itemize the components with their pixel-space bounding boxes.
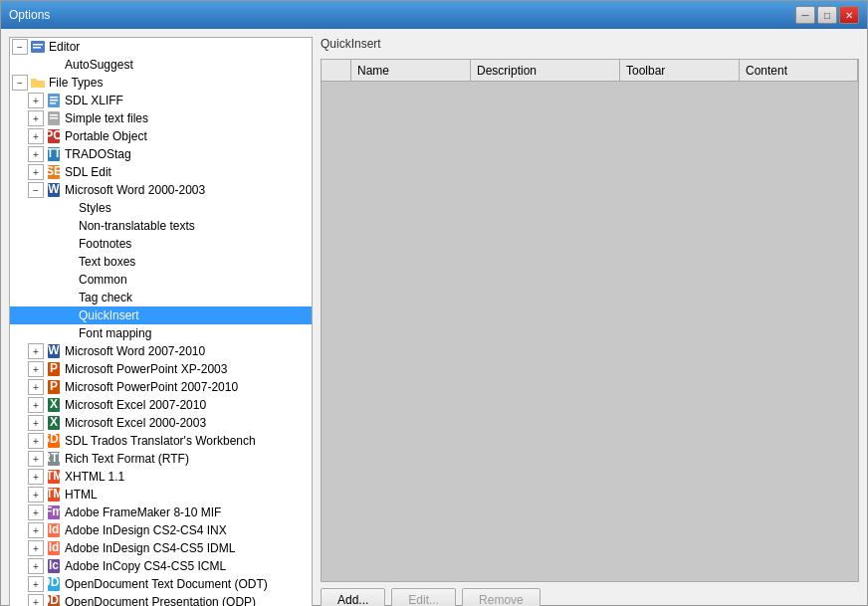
tree-icon-file-odp: ODP — [46, 594, 62, 606]
tree-icon-none — [60, 200, 76, 216]
tree-expander[interactable]: − — [12, 75, 28, 91]
tree-label: Editor — [49, 40, 80, 54]
tree-expander[interactable]: + — [28, 594, 44, 606]
svg-text:W: W — [48, 182, 60, 196]
tree-item-html[interactable]: +HTMLHTML — [10, 486, 312, 504]
tree-item-ms-word-2007[interactable]: +WMicrosoft Word 2007-2010 — [10, 342, 312, 360]
tree-item-ms-ppt-2007[interactable]: +PMicrosoft PowerPoint 2007-2010 — [10, 378, 312, 396]
tree-item-rtf[interactable]: +RTFRich Text Format (RTF) — [10, 450, 312, 468]
tree-expander[interactable]: + — [28, 128, 44, 144]
tree-item-odp[interactable]: +ODPOpenDocument Presentation (ODP) — [10, 593, 312, 606]
tree-item-styles[interactable]: Styles — [10, 199, 312, 217]
tree-expander[interactable]: + — [28, 343, 44, 359]
tree-label: File Types — [49, 76, 103, 90]
tree-expander[interactable]: + — [28, 576, 44, 592]
tree-item-ms-excel-2007[interactable]: +XMicrosoft Excel 2007-2010 — [10, 396, 312, 414]
quickinsert-header: QuickInsert — [321, 37, 859, 51]
tree-label: QuickInsert — [79, 308, 139, 322]
tree-item-quickinsert[interactable]: QuickInsert — [10, 306, 312, 324]
tree-icon-none — [60, 325, 76, 341]
tree-item-font-mapping[interactable]: Font mapping — [10, 324, 312, 342]
tree-icon-file-blue — [46, 93, 62, 108]
svg-text:Id: Id — [49, 540, 60, 554]
remove-button[interactable]: Remove — [462, 588, 541, 606]
tree-expander[interactable]: + — [28, 361, 44, 377]
edit-button[interactable]: Edit... — [391, 588, 456, 606]
tree-expander[interactable]: + — [28, 505, 44, 520]
tree-icon-file-html: HTML — [46, 469, 62, 485]
table-header: Name Description Toolbar Content — [322, 60, 858, 82]
tree-item-framemaker[interactable]: +FmAdobe FrameMaker 8-10 MIF — [10, 504, 312, 521]
svg-text:HTML: HTML — [46, 469, 62, 483]
tree-icon-none — [60, 307, 76, 323]
tree-label: SDL XLIFF — [65, 94, 123, 107]
tree-expander[interactable]: + — [28, 451, 44, 467]
tree-item-tradostag[interactable]: +TTTRADOStag — [10, 145, 312, 163]
tree-expander[interactable]: − — [12, 39, 28, 55]
add-button[interactable]: Add... — [321, 588, 385, 606]
svg-text:P: P — [50, 361, 58, 375]
tree-expander[interactable]: + — [28, 487, 44, 503]
tree-icon-none — [60, 218, 76, 234]
content-area: −EditorAutoSuggest−File Types+SDL XLIFF+… — [1, 29, 867, 606]
tree-item-ms-excel-2000[interactable]: +XMicrosoft Excel 2000-2003 — [10, 414, 312, 432]
tree-item-sdl-xliff[interactable]: +SDL XLIFF — [10, 92, 312, 109]
tree-icon-file-xls: X — [46, 397, 62, 413]
svg-rect-2 — [33, 47, 41, 49]
svg-rect-8 — [50, 114, 58, 116]
tree-panel: −EditorAutoSuggest−File Types+SDL XLIFF+… — [9, 37, 313, 606]
tree-item-portable-object[interactable]: +POPortable Object — [10, 127, 312, 145]
tree-item-incopy[interactable]: +IcAdobe InCopy CS4-CS5 ICML — [10, 557, 312, 575]
tree-expander[interactable]: + — [28, 469, 44, 485]
tree-icon-file-ppt: P — [46, 361, 62, 377]
tree-icon-file-odt: ODT — [46, 576, 62, 592]
tree-expander[interactable]: + — [28, 540, 44, 556]
tree-label: Microsoft Word 2000-2003 — [65, 183, 205, 197]
tree-scroll[interactable]: −EditorAutoSuggest−File Types+SDL XLIFF+… — [10, 38, 312, 606]
tree-item-ms-word-2000[interactable]: −WMicrosoft Word 2000-2003 — [10, 181, 312, 199]
tree-item-indesign-cs4[interactable]: +IdAdobe InDesign CS4-CS5 IDML — [10, 539, 312, 557]
tree-expander[interactable]: − — [28, 182, 44, 198]
tree-expander[interactable]: + — [28, 558, 44, 574]
tree-label: Text boxes — [79, 255, 135, 269]
tree-item-sdl-edit[interactable]: +SESDL Edit — [10, 163, 312, 181]
tree-item-filetypes[interactable]: −File Types — [10, 74, 312, 92]
tree-item-odt[interactable]: +ODTOpenDocument Text Document (ODT) — [10, 575, 312, 593]
tree-expander[interactable]: + — [28, 522, 44, 538]
tree-expander[interactable]: + — [28, 110, 44, 126]
tree-item-tag-check[interactable]: Tag check — [10, 289, 312, 306]
tree-expander[interactable]: + — [28, 164, 44, 180]
tree-item-common[interactable]: Common — [10, 271, 312, 289]
svg-rect-4 — [50, 97, 58, 99]
tree-item-xhtml[interactable]: +HTMLXHTML 1.1 — [10, 468, 312, 486]
tree-label: OpenDocument Presentation (ODP) — [65, 595, 256, 606]
tree-label: Microsoft Word 2007-2010 — [65, 344, 205, 358]
tree-item-simple-text[interactable]: +Simple text files — [10, 109, 312, 127]
tree-expander[interactable]: + — [28, 433, 44, 449]
tree-icon-leaf — [46, 57, 62, 73]
col-header-name: Name — [351, 60, 471, 81]
tree-expander[interactable]: + — [28, 379, 44, 395]
svg-rect-9 — [50, 117, 58, 119]
tree-label: XHTML 1.1 — [65, 470, 124, 484]
svg-text:X: X — [50, 415, 58, 429]
tree-icon-file-ic: Ic — [46, 558, 62, 574]
tree-item-non-translatable[interactable]: Non-translatable texts — [10, 217, 312, 235]
tree-item-autosuggest[interactable]: AutoSuggest — [10, 56, 312, 74]
tree-item-editor[interactable]: −Editor — [10, 38, 312, 56]
tree-expander[interactable]: + — [28, 415, 44, 431]
tree-item-ms-ppt-xp[interactable]: +PMicrosoft PowerPoint XP-2003 — [10, 360, 312, 378]
tree-expander[interactable]: + — [28, 146, 44, 162]
maximize-button[interactable]: □ — [817, 6, 837, 24]
tree-label: Common — [79, 273, 127, 287]
tree-item-sdl-trados-wb[interactable]: +SDLSDL Trados Translator's Workbench — [10, 432, 312, 450]
close-button[interactable]: ✕ — [839, 6, 859, 24]
tree-item-textboxes[interactable]: Text boxes — [10, 253, 312, 271]
col-header-toolbar: Toolbar — [620, 60, 740, 81]
tree-item-indesign-cs2[interactable]: +IdAdobe InDesign CS2-CS4 INX — [10, 521, 312, 539]
tree-label: HTML — [65, 488, 98, 502]
tree-item-footnotes[interactable]: Footnotes — [10, 235, 312, 253]
tree-expander[interactable]: + — [28, 397, 44, 413]
tree-expander[interactable]: + — [28, 93, 44, 108]
minimize-button[interactable]: ─ — [795, 6, 815, 24]
